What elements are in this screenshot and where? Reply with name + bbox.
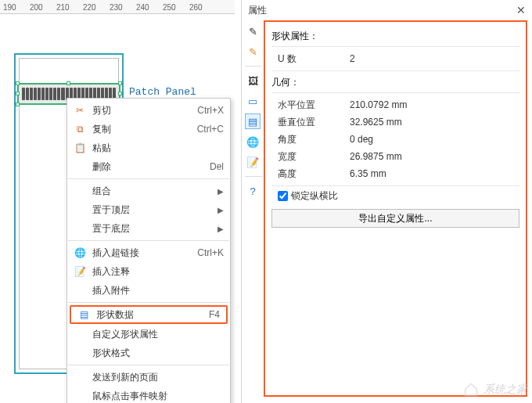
menu-item[interactable]: 删除Del — [67, 157, 230, 176]
chevron-right-icon: ▶ — [217, 206, 224, 214]
horizontal-ruler: 190 200 210 220 230 240 250 260 — [0, 0, 235, 14]
prop-key: 高度 — [271, 167, 350, 181]
property-row[interactable]: 水平位置210.0792 mm — [271, 96, 519, 113]
menu-label: 复制 — [92, 123, 191, 136]
note-icon[interactable]: 📝 — [245, 154, 261, 170]
note-icon: 📝 — [72, 265, 88, 278]
lock-aspect-checkbox[interactable]: 锁定纵横比 — [278, 189, 519, 203]
menu-item[interactable]: 鼠标点击事件映射 — [67, 387, 230, 403]
chevron-right-icon: ▶ — [217, 187, 224, 196]
chevron-right-icon: ▶ — [217, 225, 224, 233]
prop-key: 宽度 — [271, 150, 350, 164]
blank-icon — [72, 185, 88, 197]
ruler-tick: 200 — [30, 3, 43, 12]
property-row[interactable]: 高度6.35 mm — [271, 165, 519, 182]
property-row[interactable]: 角度0 deg — [271, 131, 519, 148]
cut-icon: ✂ — [72, 104, 88, 117]
ruler-tick: 210 — [56, 3, 70, 12]
prop-value[interactable]: 26.9875 mm — [350, 151, 519, 162]
menu-item[interactable]: 🌐插入超链接Ctrl+K — [67, 243, 230, 262]
prop-key: 角度 — [271, 133, 350, 146]
menu-label: 形状格式 — [92, 347, 224, 360]
edit-icon[interactable]: ✎ — [245, 44, 261, 59]
menu-item[interactable]: 📝插入注释 — [67, 262, 230, 281]
menu-label: 置于顶层 — [92, 203, 217, 217]
menu-label: 自定义形状属性 — [92, 328, 224, 341]
menu-item[interactable]: 自定义形状属性 — [67, 325, 230, 344]
prop-key: 垂直位置 — [271, 116, 350, 129]
prop-value[interactable]: 2 — [350, 53, 519, 64]
menu-item[interactable]: 发送到新的页面 — [67, 368, 230, 387]
blank-icon — [72, 328, 88, 340]
prop-value[interactable]: 32.9625 mm — [350, 117, 519, 128]
rect-icon[interactable]: ▭ — [245, 93, 261, 109]
menu-item[interactable]: 插入附件 — [67, 281, 230, 300]
menu-item[interactable]: 📋粘贴 — [67, 139, 230, 157]
blank-icon — [72, 222, 88, 235]
property-row[interactable]: 垂直位置32.9625 mm — [271, 113, 519, 131]
property-row[interactable]: U 数 2 — [271, 50, 519, 67]
menu-label: 剪切 — [92, 104, 191, 117]
blank-icon — [72, 203, 88, 216]
blank-icon — [72, 371, 88, 383]
data-icon: ▤ — [76, 308, 92, 321]
lock-aspect-input[interactable] — [278, 191, 288, 201]
ruler-tick: 190 — [3, 3, 16, 12]
blank-icon — [72, 160, 88, 173]
menu-item[interactable]: 形状格式 — [67, 344, 230, 362]
blank-icon — [72, 347, 88, 359]
menu-label: 删除 — [92, 160, 203, 174]
data-icon[interactable]: ▤ — [245, 113, 261, 129]
paste-icon: 📋 — [72, 142, 88, 154]
context-menu: ✂剪切Ctrl+X⧉复制Ctrl+C📋粘贴删除Del组合▶置于顶层▶置于底层▶🌐… — [66, 98, 231, 403]
ruler-tick: 250 — [163, 3, 176, 12]
shape-attr-title: 形状属性： — [271, 30, 519, 43]
menu-label: 插入超链接 — [92, 246, 191, 260]
properties-panel: 属性 ✕ ✎ ✎ 🖼 ▭ ▤ 🌐 📝 ? 形状属性： U 数 2 几何： 水平位… — [241, 0, 532, 403]
panel-title: 属性 — [248, 0, 267, 20]
globe-icon[interactable]: 🌐 — [245, 134, 261, 149]
menu-shortcut: Del — [210, 161, 224, 172]
menu-shortcut: F4 — [209, 309, 220, 320]
menu-label: 发送到新的页面 — [92, 371, 224, 384]
prop-key: 水平位置 — [271, 99, 350, 112]
ruler-tick: 240 — [136, 3, 149, 12]
export-custom-button[interactable]: 导出自定义属性... — [271, 209, 519, 228]
lock-aspect-label: 锁定纵横比 — [291, 189, 338, 203]
image-icon[interactable]: 🖼 — [245, 73, 261, 88]
panel-icon-strip: ✎ ✎ 🖼 ▭ ▤ 🌐 📝 ? — [245, 23, 262, 199]
ruler-tick: 220 — [83, 3, 96, 12]
menu-item[interactable]: 置于底层▶ — [67, 219, 230, 238]
menu-label: 鼠标点击事件映射 — [92, 390, 224, 403]
menu-shortcut: Ctrl+K — [197, 247, 224, 258]
menu-item[interactable]: ▤形状数据F4 — [70, 305, 228, 324]
ruler-tick: 260 — [189, 3, 203, 12]
property-row[interactable]: 宽度26.9875 mm — [271, 148, 519, 165]
ruler-tick: 230 — [110, 3, 123, 12]
menu-item[interactable]: ⧉复制Ctrl+C — [67, 120, 230, 139]
menu-shortcut: Ctrl+X — [197, 105, 224, 116]
blank-icon — [72, 284, 88, 297]
menu-label: 组合 — [92, 185, 217, 198]
menu-label: 形状数据 — [96, 308, 203, 322]
close-icon[interactable]: ✕ — [516, 0, 526, 20]
menu-item[interactable]: ✂剪切Ctrl+X — [67, 101, 230, 120]
menu-shortcut: Ctrl+C — [197, 124, 224, 135]
menu-label: 置于底层 — [92, 222, 217, 236]
prop-value[interactable]: 210.0792 mm — [350, 99, 519, 110]
help-icon[interactable]: ? — [245, 183, 261, 199]
copy-icon: ⧉ — [72, 123, 88, 135]
blank-icon — [72, 390, 88, 402]
link-icon: 🌐 — [72, 246, 88, 259]
menu-item[interactable]: 置于顶层▶ — [67, 200, 230, 219]
menu-label: 粘贴 — [92, 142, 224, 155]
prop-key: U 数 — [271, 52, 350, 66]
pencil-icon[interactable]: ✎ — [245, 23, 261, 39]
prop-value[interactable]: 6.35 mm — [350, 168, 519, 179]
menu-label: 插入注释 — [92, 265, 224, 279]
menu-item[interactable]: 组合▶ — [67, 182, 230, 200]
properties-highlight-box: 形状属性： U 数 2 几何： 水平位置210.0792 mm垂直位置32.96… — [264, 20, 527, 397]
prop-value[interactable]: 0 deg — [350, 134, 519, 145]
geometry-title: 几何： — [271, 76, 519, 89]
patch-panel-label: Patch Panel — [129, 86, 196, 98]
